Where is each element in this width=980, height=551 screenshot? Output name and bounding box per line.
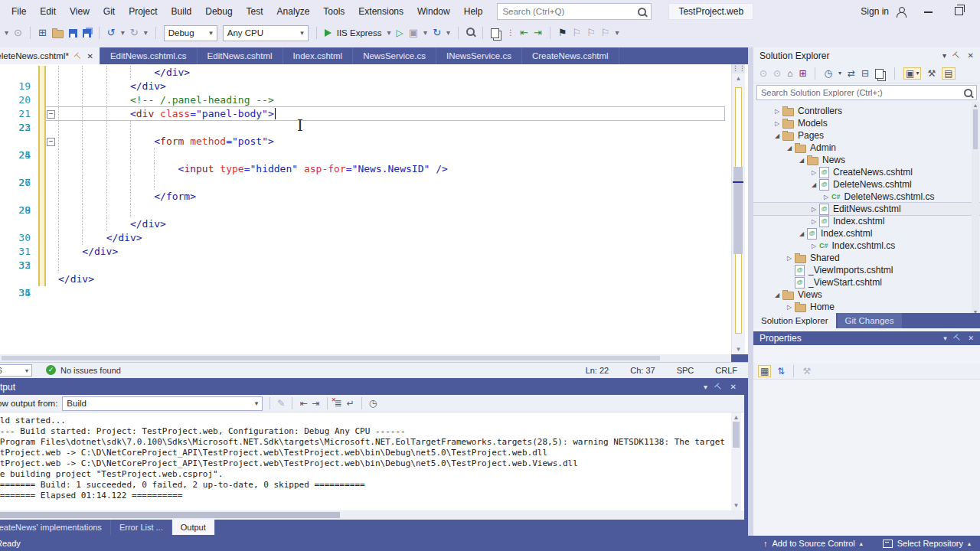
properties-wrench-icon[interactable]: ⚒ — [927, 68, 936, 79]
filter-dropdown-icon[interactable]: ▾ — [838, 68, 841, 79]
clear-bookmarks-icon[interactable]: ⚐ — [601, 27, 610, 39]
code-line-33[interactable]: 33 — [58, 259, 725, 272]
bookmarks-dropdown-icon[interactable]: ▾ — [616, 27, 619, 39]
tree-item[interactable]: ◢@Index.cshtml — [753, 227, 980, 240]
code-line-26[interactable]: <input type="hidden" asp-for="News.NewsI… — [58, 162, 725, 176]
redo-dropdown-icon[interactable]: ▾ — [144, 27, 148, 39]
tree-item[interactable]: ▷C#DeleteNews.cshtml.cs — [753, 191, 980, 203]
goto-previous-message-icon[interactable]: ⇤ — [299, 398, 307, 409]
add-to-source-control-button[interactable]: ↑ Add to Source Control ▴ — [763, 539, 863, 548]
code-line-34[interactable]: </div>34 — [58, 272, 725, 286]
menu-debug[interactable]: Debug — [198, 0, 239, 23]
restart-dropdown-icon[interactable]: ▾ — [446, 27, 450, 39]
tree-item[interactable]: ▷@Index.cshtml — [753, 215, 980, 227]
step-into-icon[interactable]: ⇤ — [520, 27, 528, 39]
output-horizontal-scrollbar[interactable] — [0, 510, 744, 520]
alphabetical-sort-icon[interactable]: ⇅ — [777, 366, 785, 377]
pending-changes-filter-icon[interactable]: ◷ — [824, 68, 831, 79]
code-line-32[interactable]: </div>32 — [58, 245, 725, 259]
tree-item[interactable]: ▷Home — [753, 301, 980, 313]
fold-collapse-box[interactable]: − — [47, 138, 55, 146]
code-line-24[interactable]: <form method="post">24− — [58, 135, 725, 148]
expander-icon[interactable]: ▷ — [772, 120, 782, 127]
find-message-icon[interactable]: ✎ — [277, 398, 285, 409]
preview-selected-items-toggle[interactable]: ▤ — [942, 67, 955, 80]
run-target-label[interactable]: IIS Express — [337, 28, 382, 37]
tree-vertical-scrollbar[interactable]: ▲ ▼ — [972, 102, 979, 315]
splitter-handle[interactable]: ⋮⋮ — [732, 64, 745, 73]
sign-in-button[interactable]: Sign in — [861, 6, 889, 17]
window-position-icon[interactable]: ▾ — [943, 331, 947, 345]
tree-item[interactable]: ▷@EditNews.cshtml — [753, 203, 980, 215]
menu-edit[interactable]: Edit — [33, 0, 63, 23]
editor-tab[interactable]: EditNews.cshtml.cs — [100, 47, 198, 64]
solution-explorer-title-bar[interactable]: Solution Explorer ▾ ⊥ ✕ — [753, 47, 980, 64]
navigate-back-icon[interactable]: ⊙ — [14, 27, 22, 39]
eol-indicator[interactable]: CRLF — [715, 366, 737, 375]
expander-icon[interactable]: ▷ — [808, 169, 819, 176]
scroll-up-icon[interactable]: ▲ — [731, 414, 741, 421]
start-debug-icon[interactable] — [325, 29, 332, 37]
restore-button[interactable] — [955, 7, 963, 15]
solution-configurations-icon[interactable] — [491, 28, 499, 38]
window-position-icon[interactable]: ▾ — [704, 380, 707, 395]
docs-dropdown-icon[interactable]: ⋮ — [507, 27, 514, 39]
code-line-19[interactable]: </div>19 — [58, 66, 725, 80]
prev-bookmark-icon[interactable]: ⚐ — [573, 27, 582, 39]
editor-context-dropdown[interactable]: 6 ▾ — [0, 364, 32, 377]
editor-vertical-scrollbar[interactable]: ⋮⋮ ▲ ▼ — [731, 64, 745, 354]
menu-extensions[interactable]: Extensions — [351, 0, 410, 23]
output-vertical-scrollbar[interactable]: ▲ ▼ — [731, 412, 741, 510]
tree-item[interactable]: ▷Models — [753, 117, 980, 129]
collapse-all-icon[interactable]: ⊟ — [861, 68, 869, 79]
next-bookmark-icon[interactable]: ⚐ — [586, 27, 596, 39]
minimize-button[interactable] — [924, 11, 933, 13]
save-all-icon[interactable] — [83, 29, 91, 37]
clear-all-icon[interactable]: ≣✕ — [335, 398, 342, 409]
scroll-down-icon[interactable]: ▼ — [732, 346, 745, 353]
scroll-up-icon[interactable]: ▲ — [972, 103, 979, 108]
menu-file[interactable]: File — [5, 0, 33, 23]
code-line-27[interactable]: 27 — [58, 176, 725, 190]
close-icon[interactable]: ✕ — [968, 331, 974, 345]
tree-item[interactable]: ◢Pages — [753, 129, 980, 142]
close-icon[interactable]: ✕ — [968, 47, 974, 64]
tab-deletenews-active[interactable]: DeleteNews.cshtml* ⊥ ✕ — [0, 47, 100, 64]
tree-item[interactable]: ▷Controllers — [753, 105, 980, 117]
find-in-files-icon[interactable] — [466, 27, 475, 39]
start-without-debug-icon[interactable]: ▷ — [397, 28, 403, 38]
home-icon[interactable]: ⌂ — [787, 68, 792, 79]
scroll-down-icon[interactable]: ▼ — [731, 502, 741, 509]
panel-splitter[interactable] — [748, 47, 753, 536]
word-wrap-icon[interactable]: ↵ — [347, 398, 354, 409]
menu-build[interactable]: Build — [165, 0, 199, 23]
code-line-35[interactable]: 35 — [58, 286, 725, 300]
code-line-25[interactable]: 25 — [58, 148, 725, 162]
step-over-icon[interactable]: ⇥ — [534, 27, 542, 39]
menu-help[interactable]: Help — [457, 0, 490, 23]
expander-icon[interactable]: ▷ — [808, 218, 819, 225]
expander-icon[interactable]: ◢ — [772, 132, 782, 139]
editor-tab[interactable]: Index.cshtml — [283, 47, 354, 64]
solution-search-box[interactable]: Search Solution Explorer (Ctrl+;) — [756, 85, 977, 100]
menu-test[interactable]: Test — [240, 0, 270, 23]
expander-icon[interactable]: ▷ — [784, 255, 795, 262]
expander-icon[interactable]: ▷ — [808, 206, 819, 213]
tree-item[interactable]: ▷C#Index.cshtml.cs — [753, 240, 980, 252]
property-pages-wrench-icon[interactable]: ⚒ — [802, 366, 811, 377]
scroll-up-icon[interactable]: ▲ — [732, 75, 745, 82]
tree-item[interactable]: ▷@CreateNews.cshtml — [753, 166, 980, 178]
feedback-person-icon[interactable] — [897, 7, 906, 17]
editor-tab[interactable]: CreateNews.cshtml — [522, 47, 619, 64]
editor-horizontal-scrollbar[interactable] — [0, 354, 731, 362]
tree-item[interactable]: ◢Views — [753, 289, 980, 301]
toolbar-overflow-icon[interactable]: ▾ — [5, 27, 8, 39]
project-badge[interactable]: TestProject.web — [668, 3, 753, 20]
goto-next-message-icon[interactable]: ⇥ — [312, 398, 319, 409]
code-line-22[interactable]: <div class="panel-body">22− — [58, 107, 725, 121]
expander-icon[interactable]: ◢ — [796, 157, 807, 164]
expander-icon[interactable]: ◢ — [772, 292, 782, 298]
se-tab[interactable]: Git Changes — [838, 313, 902, 328]
scrollbar-thumb[interactable] — [2, 356, 660, 360]
undo-dropdown-icon[interactable]: ▾ — [121, 27, 125, 39]
